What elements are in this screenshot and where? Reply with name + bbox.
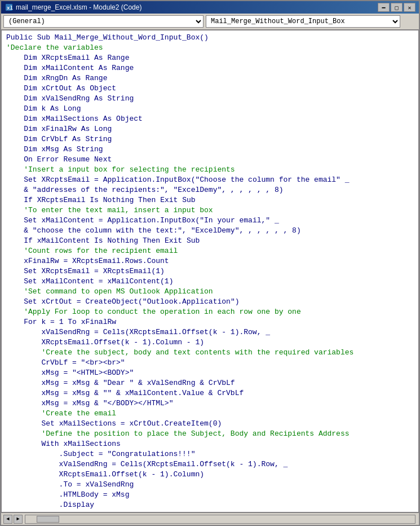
code-line: xMsg = "<HTML><BODY>" (6, 368, 414, 378)
code-line: xMsg = xMsg & "</BODY></HTML>" (6, 398, 414, 409)
code-editor[interactable]: Public Sub Mail_Merge_Without_Word_Input… (1, 30, 419, 512)
code-line: xValSendRng = Cells(XRcptsEmail.Offset(k… (6, 459, 414, 470)
code-line: 'Define the position to place the Subjec… (6, 429, 414, 439)
code-line: 'Create the email (6, 409, 414, 419)
code-line: xValSendRng = Cells(XRcptsEmail.Offset(k… (6, 327, 414, 337)
code-line: xMsg = xMsg & "" & xMailContent.Value & … (6, 388, 414, 398)
code-line: XRcptsEmail.Offset(k - 1).Column - 1) (6, 337, 414, 348)
code-line: 'To enter the text mail, insert a input … (6, 205, 414, 216)
code-line: Set XRcptsEmail = Application.InputBox("… (6, 175, 414, 185)
code-line: If XRcptsEmail Is Nothing Then Exit Sub (6, 195, 414, 205)
code-line: Set xCrtOut = CreateObject("Outlook.Appl… (6, 297, 414, 307)
code-line: Dim CrVbLf As String (6, 134, 414, 144)
scrollbar-thumb (37, 516, 59, 523)
code-line: 'Count rows for the recipient email (6, 246, 414, 256)
code-line: Dim xMsg As String (6, 144, 414, 155)
code-line: 'Apply For loop to conduct the operation… (6, 307, 414, 317)
code-line: Set xMailContent = Application.InputBox(… (6, 216, 414, 226)
code-line: .To = xValSendRng (6, 480, 414, 490)
toolbar: (General) Mail_Merge_Without_Word_Input_… (1, 14, 419, 30)
horizontal-scrollbar[interactable] (25, 515, 415, 524)
code-line: .Display (6, 500, 414, 510)
status-icon-left: ◄ (3, 515, 12, 524)
code-line: On Error Resume Next (6, 155, 414, 165)
code-line: XRcptsEmail.Offset(k - 1).Column) (6, 470, 414, 480)
code-line: Dim k As Long (6, 104, 414, 114)
code-line: Dim xMailSections As Object (6, 114, 414, 124)
window-icon: xl (5, 3, 14, 12)
procedure-dropdown[interactable]: Mail_Merge_Without_Word_Input_Box (206, 15, 400, 28)
code-line: & "choose the column with the text:", "E… (6, 226, 414, 236)
code-line: Dim xValSendRng As String (6, 94, 414, 104)
code-line: CrVbLf = "<br><br>" (6, 358, 414, 368)
code-line: Dim xFinalRw As Long (6, 124, 414, 134)
title-bar: xl mail_merge_Excel.xlsm - Module2 (Code… (1, 1, 419, 14)
code-line: Dim xCrtOut As Object (6, 84, 414, 94)
code-line: If xMailContent Is Nothing Then Exit Sub (6, 236, 414, 246)
main-window: xl mail_merge_Excel.xlsm - Module2 (Code… (0, 0, 420, 526)
code-line: Public Sub Mail_Merge_Without_Word_Input… (6, 33, 414, 43)
code-line: For k = 1 To xFinalRw (6, 317, 414, 327)
code-line: Dim xRngDn As Range (6, 73, 414, 84)
code-line: & "addresses of the recipients:", "Excel… (6, 185, 414, 195)
code-line: Set xMailSections = xCrtOut.CreateItem(0… (6, 419, 414, 429)
code-line: 'Create the subject, body and text conte… (6, 348, 414, 358)
code-line: Set XRcptsEmail = XRcptsEmail(1) (6, 266, 414, 277)
code-line: 'Insert a input box for selecting the re… (6, 165, 414, 175)
code-line: Dim xMailContent As Range (6, 63, 414, 73)
general-dropdown[interactable]: (General) (3, 15, 204, 28)
code-line: .Subject = "Congratulations!!!" (6, 449, 414, 459)
close-button[interactable]: ✕ (404, 3, 415, 12)
code-line: 'Declare the variables (6, 43, 414, 53)
window-controls: ━ □ ✕ (378, 3, 415, 12)
code-line: With xMailSections (6, 439, 414, 449)
code-line: Dim XRcptsEmail As Range (6, 53, 414, 63)
window-title: mail_merge_Excel.xlsm - Module2 (Code) (16, 3, 378, 11)
code-line: xFinalRw = XRcptsEmail.Rows.Count (6, 256, 414, 266)
code-line: .HTMLBody = xMsg (6, 490, 414, 500)
code-line: 'Set command to open MS Outlook Applicat… (6, 287, 414, 297)
svg-text:xl: xl (7, 6, 13, 11)
minimize-button[interactable]: ━ (378, 3, 390, 12)
status-bar: ◄ ► (1, 512, 419, 525)
code-line: xMsg = xMsg & "Dear " & xValSendRng & Cr… (6, 378, 414, 388)
code-line: Set xMailContent = xMailContent(1) (6, 277, 414, 287)
status-icon-right: ► (14, 515, 23, 524)
maximize-button[interactable]: □ (391, 3, 403, 12)
